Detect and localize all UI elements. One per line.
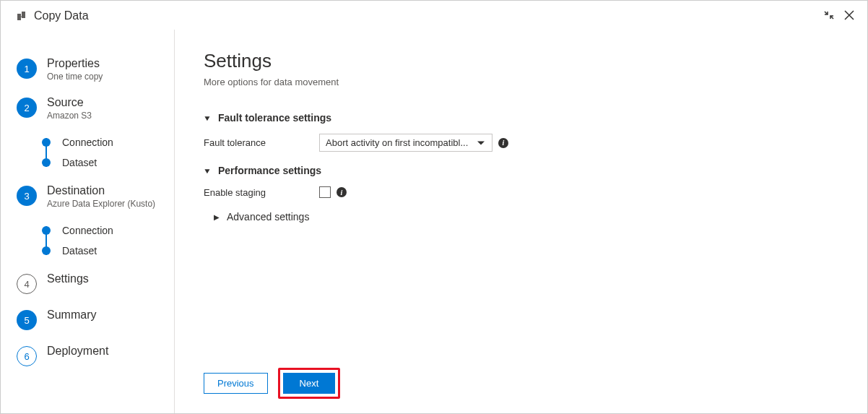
svg-rect-1 (22, 12, 25, 18)
step-destination[interactable]: 3 Destination Azure Data Explorer (Kusto… (1, 177, 174, 216)
substep-label: Connection (62, 137, 113, 148)
step-source[interactable]: 2 Source Amazon S3 (1, 89, 174, 128)
step-number-2: 2 (17, 98, 37, 118)
step-properties[interactable]: 1 Properties One time copy (1, 50, 174, 89)
substep-dest-connection[interactable]: Connection (26, 220, 174, 241)
substep-label: Dataset (62, 157, 97, 168)
next-button[interactable]: Next (283, 373, 336, 394)
perf-section-label: Performance settings (218, 165, 321, 176)
step-number-3: 3 (17, 186, 37, 206)
enable-staging-row: Enable staging i (204, 186, 838, 198)
triangle-right-icon (214, 213, 220, 221)
fault-section-label: Fault tolerance settings (218, 112, 331, 124)
substep-dot-icon (42, 138, 51, 147)
substep-dot-icon (42, 158, 51, 167)
fault-tolerance-label: Fault tolerance (204, 137, 319, 148)
step-title-destination: Destination (47, 184, 155, 197)
step-title-source: Source (47, 96, 92, 109)
substep-label: Dataset (62, 245, 97, 256)
main-panel: Settings More options for data movement … (174, 30, 867, 413)
substep-dest-dataset[interactable]: Dataset (26, 241, 174, 261)
step-summary[interactable]: 5 Summary (1, 301, 174, 337)
step-settings[interactable]: 4 Settings (1, 265, 174, 301)
svg-rect-0 (17, 14, 21, 20)
triangle-down-icon (204, 167, 211, 175)
substep-source-connection[interactable]: Connection (26, 132, 174, 152)
step-number-4: 4 (17, 274, 37, 294)
wizard-sidebar: 1 Properties One time copy 2 Source Amaz… (1, 30, 174, 413)
destination-substeps: Connection Dataset (26, 216, 174, 265)
step-title-settings: Settings (47, 272, 89, 285)
fault-tolerance-dropdown[interactable]: Abort activity on first incompatibl... (319, 134, 492, 152)
close-icon[interactable] (844, 9, 854, 22)
step-number-6: 6 (17, 346, 37, 366)
copy-data-icon (17, 10, 28, 22)
fault-tolerance-section-header[interactable]: Fault tolerance settings (204, 112, 838, 124)
substep-dot-icon (42, 226, 51, 235)
page-title: Settings (204, 50, 838, 72)
source-substeps: Connection Dataset (26, 128, 174, 177)
performance-section-header[interactable]: Performance settings (204, 165, 838, 176)
triangle-down-icon (204, 114, 211, 122)
info-icon[interactable]: i (337, 187, 347, 197)
substep-label: Connection (62, 225, 113, 236)
dialog-title: Copy Data (34, 9, 89, 22)
enable-staging-label: Enable staging (204, 187, 319, 198)
highlight-annotation: Next (278, 368, 341, 399)
step-title-deployment: Deployment (47, 345, 108, 358)
step-title-properties: Properties (47, 57, 103, 70)
step-number-1: 1 (17, 59, 37, 79)
enable-staging-checkbox[interactable] (319, 186, 331, 198)
substep-source-dataset[interactable]: Dataset (26, 152, 174, 173)
collapse-icon[interactable] (824, 9, 834, 22)
dialog-header: Copy Data (1, 1, 867, 30)
header-actions (824, 9, 854, 22)
step-sub-source: Amazon S3 (47, 111, 92, 121)
advanced-section-label: Advanced settings (227, 211, 309, 223)
step-title-summary: Summary (47, 309, 96, 322)
info-icon[interactable]: i (498, 138, 508, 148)
substep-dot-icon (42, 246, 51, 255)
fault-tolerance-row: Fault tolerance Abort activity on first … (204, 134, 838, 152)
advanced-settings-header[interactable]: Advanced settings (214, 211, 838, 223)
step-sub-properties: One time copy (47, 72, 103, 82)
page-subtitle: More options for data movement (204, 77, 838, 87)
step-number-5: 5 (17, 310, 37, 330)
fault-dropdown-value: Abort activity on first incompatibl... (326, 137, 468, 148)
wizard-footer: Previous Next (204, 361, 838, 399)
previous-button[interactable]: Previous (204, 373, 268, 394)
step-deployment[interactable]: 6 Deployment (1, 337, 174, 374)
header-left: Copy Data (17, 9, 89, 22)
step-sub-destination: Azure Data Explorer (Kusto) (47, 199, 155, 209)
